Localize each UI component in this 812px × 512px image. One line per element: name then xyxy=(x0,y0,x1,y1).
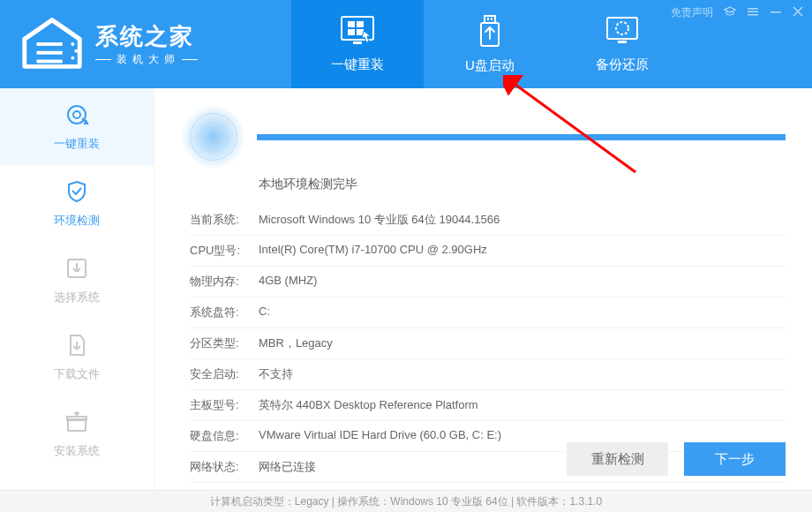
menu-icon[interactable] xyxy=(747,6,759,19)
info-row-memory: 物理内存:4GB (MHZ) xyxy=(190,267,786,297)
tab-label: 一键重装 xyxy=(331,56,384,73)
install-box-icon xyxy=(64,410,89,434)
svg-point-4 xyxy=(74,49,78,53)
info-value: Intel(R) Core(TM) i7-10700 CPU @ 2.90GHz xyxy=(259,243,487,259)
svg-rect-20 xyxy=(748,11,758,13)
logo-area: 系统之家 装机大师 xyxy=(0,16,291,72)
info-value: 网络已连接 xyxy=(259,459,316,475)
backup-icon xyxy=(604,15,641,49)
svg-rect-8 xyxy=(357,21,364,27)
sidebar: 一键重装 环境检测 选择系统 下载文件 安装系统 xyxy=(0,88,154,490)
svg-rect-1 xyxy=(36,51,62,55)
info-label: 硬盘信息: xyxy=(190,428,259,444)
scan-row xyxy=(181,104,786,169)
top-tabs: 一键重装 U盘启动 备份还原 xyxy=(291,0,688,88)
info-value: 不支持 xyxy=(259,366,293,382)
info-value: 英特尔 440BX Desktop Reference Platform xyxy=(259,397,478,413)
svg-rect-21 xyxy=(748,14,758,16)
graduate-icon[interactable] xyxy=(724,6,736,19)
tab-reinstall[interactable]: 一键重装 xyxy=(291,0,424,88)
next-button[interactable]: 下一步 xyxy=(684,442,786,476)
svg-point-24 xyxy=(73,111,80,118)
radar-icon xyxy=(181,104,246,169)
sidebar-item-label: 一键重装 xyxy=(54,136,100,152)
info-label: CPU型号: xyxy=(190,243,259,259)
close-button[interactable] xyxy=(793,6,803,19)
info-label: 安全启动: xyxy=(190,366,259,382)
scan-status-text: 本地环境检测完毕 xyxy=(259,177,786,192)
header: 系统之家 装机大师 一键重装 xyxy=(0,0,812,88)
sidebar-item-label: 选择系统 xyxy=(54,290,100,305)
info-row-secureboot: 安全启动:不支持 xyxy=(190,359,786,390)
svg-point-3 xyxy=(71,42,74,46)
svg-rect-16 xyxy=(607,18,637,39)
tab-label: U盘启动 xyxy=(465,57,515,74)
logo-subtitle: 装机大师 xyxy=(95,52,198,67)
svg-rect-2 xyxy=(36,60,62,64)
logo-icon xyxy=(18,16,86,72)
footer-text: 计算机启动类型：Legacy | 操作系统：Windows 10 专业版 64位… xyxy=(210,494,602,509)
info-list: 当前系统:Microsoft Windows 10 专业版 64位 19044.… xyxy=(190,205,786,483)
info-value: C: xyxy=(259,305,270,320)
sidebar-item-label: 环境检测 xyxy=(54,213,100,229)
sidebar-item-label: 下载文件 xyxy=(54,366,100,382)
disclaimer-link[interactable]: 免责声明 xyxy=(671,5,713,20)
retest-button[interactable]: 重新检测 xyxy=(567,442,668,476)
info-row-partition: 分区类型:MBR，Legacy xyxy=(190,328,786,359)
minimize-button[interactable] xyxy=(770,6,782,19)
sidebar-item-download[interactable]: 下载文件 xyxy=(0,319,154,395)
shield-check-icon xyxy=(64,179,89,204)
svg-point-17 xyxy=(616,22,628,34)
info-value: VMware Virtual IDE Hard Drive (60.0 GB, … xyxy=(259,428,501,444)
info-label: 系统盘符: xyxy=(190,305,259,320)
tab-label: 备份还原 xyxy=(596,56,649,73)
info-row-cpu: CPU型号:Intel(R) Core(TM) i7-10700 CPU @ 2… xyxy=(190,236,786,267)
svg-point-23 xyxy=(68,106,86,124)
info-value: Microsoft Windows 10 专业版 64位 19044.1566 xyxy=(259,212,500,228)
download-file-icon xyxy=(64,333,89,358)
svg-rect-22 xyxy=(771,11,781,13)
logo-text: 系统之家 装机大师 xyxy=(95,21,198,67)
svg-point-5 xyxy=(71,56,74,60)
svg-rect-12 xyxy=(485,16,495,23)
svg-rect-19 xyxy=(748,8,758,10)
info-label: 分区类型: xyxy=(190,335,259,351)
logo-title: 系统之家 xyxy=(95,21,198,52)
titlebar: 免责声明 xyxy=(671,5,803,20)
windows-cursor-icon xyxy=(339,15,376,49)
info-label: 网络状态: xyxy=(190,459,259,475)
sidebar-item-install[interactable]: 安装系统 xyxy=(0,395,154,472)
sidebar-item-env-check[interactable]: 环境检测 xyxy=(0,165,154,242)
sidebar-item-select-system[interactable]: 选择系统 xyxy=(0,242,154,319)
select-icon xyxy=(64,256,89,281)
info-row-sysdrive: 系统盘符:C: xyxy=(190,297,786,328)
target-icon xyxy=(64,102,89,127)
sidebar-item-reinstall[interactable]: 一键重装 xyxy=(0,88,154,165)
progress-bar xyxy=(257,134,786,140)
svg-rect-18 xyxy=(618,41,627,43)
footer: 计算机启动类型：Legacy | 操作系统：Windows 10 专业版 64位… xyxy=(0,490,812,512)
main-panel: 本地环境检测完毕 当前系统:Microsoft Windows 10 专业版 6… xyxy=(154,88,812,490)
svg-rect-9 xyxy=(348,29,355,35)
sidebar-item-label: 安装系统 xyxy=(54,443,100,459)
usb-drive-icon xyxy=(477,14,503,50)
info-label: 当前系统: xyxy=(190,212,259,228)
info-row-os: 当前系统:Microsoft Windows 10 专业版 64位 19044.… xyxy=(190,205,786,236)
info-row-motherboard: 主板型号:英特尔 440BX Desktop Reference Platfor… xyxy=(190,390,786,421)
info-value: MBR，Legacy xyxy=(259,335,333,351)
svg-rect-11 xyxy=(353,41,362,44)
tab-usb-boot[interactable]: U盘启动 xyxy=(424,0,556,88)
svg-rect-13 xyxy=(487,18,489,20)
svg-rect-7 xyxy=(348,21,355,27)
info-value: 4GB (MHZ) xyxy=(259,274,317,290)
action-buttons: 重新检测 下一步 xyxy=(567,442,786,476)
tab-backup-restore[interactable]: 备份还原 xyxy=(556,0,688,88)
info-label: 主板型号: xyxy=(190,397,259,413)
svg-rect-14 xyxy=(491,18,492,20)
info-label: 物理内存: xyxy=(190,274,259,290)
svg-rect-0 xyxy=(36,42,62,46)
body: 一键重装 环境检测 选择系统 下载文件 安装系统 本地环境检测完毕 当前系统:M… xyxy=(0,88,812,490)
